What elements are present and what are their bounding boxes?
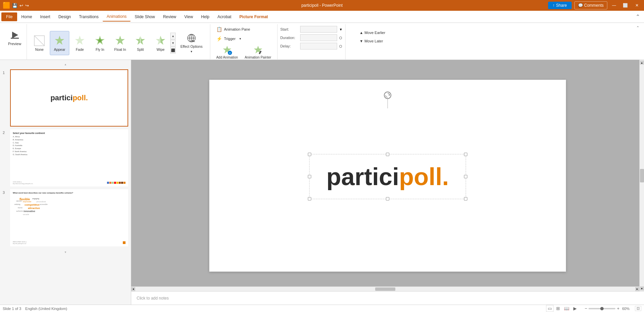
anim-item-fade[interactable]: Fade: [70, 31, 90, 55]
slide-thumb-3[interactable]: 3 What word best describes our new compa…: [3, 189, 128, 246]
preview-button[interactable]: Preview: [5, 26, 24, 50]
title-bar: 🟧 💾 ↩ ↪ participoll - PowerPoint ↑ Share…: [0, 0, 644, 11]
reading-view-btn[interactable]: 📖: [563, 305, 571, 312]
zoom-slider[interactable]: [588, 308, 615, 309]
slide-img-3[interactable]: What word best describes our new company…: [10, 189, 128, 246]
handle-ml[interactable]: [308, 175, 311, 178]
menu-item-home[interactable]: Home: [17, 12, 36, 21]
gallery-scroll-down[interactable]: ▼: [170, 40, 176, 46]
slide-img-1[interactable]: participoll.: [10, 69, 128, 127]
handle-mr[interactable]: [464, 175, 467, 178]
restore-btn[interactable]: ⬜: [621, 2, 630, 8]
svg-marker-8: [115, 36, 125, 45]
notes-bar[interactable]: Click to add notes: [131, 291, 644, 305]
timing-delay-spinner[interactable]: ⬡: [339, 44, 342, 48]
menu-item-acrobat[interactable]: Acrobat: [213, 12, 235, 21]
normal-view-btn[interactable]: ▭: [546, 305, 553, 312]
scroll-up-btn[interactable]: ▲: [640, 61, 644, 65]
timing-start-label: Start:: [280, 27, 299, 31]
menu-item-insert[interactable]: Insert: [36, 12, 54, 21]
menu-item-help[interactable]: Help: [197, 12, 214, 21]
handle-tc[interactable]: [386, 152, 389, 156]
handle-br[interactable]: [464, 197, 467, 200]
menu-item-view[interactable]: View: [180, 12, 197, 21]
thumb1-parti: partici: [50, 94, 73, 102]
add-animation-icon: +: [222, 45, 232, 55]
slide-canvas[interactable]: participoll.: [209, 80, 566, 272]
quick-access-redo[interactable]: ↪: [25, 3, 29, 8]
menu-item-file[interactable]: File: [1, 12, 17, 21]
canvas-area[interactable]: participoll.: [131, 60, 644, 291]
anim-item-wipe[interactable]: Wipe: [151, 31, 170, 55]
effect-options-button[interactable]: Effect Options ▼: [178, 32, 205, 55]
ribbon-collapse-btn[interactable]: ⌃: [633, 13, 643, 20]
timing-start-input[interactable]: [300, 26, 337, 33]
slide-num-3: 3: [3, 189, 8, 195]
slide-sorter-btn[interactable]: ⊞: [555, 305, 561, 312]
menu-item-picture-format[interactable]: Picture Format: [236, 12, 272, 21]
slide-thumb-1[interactable]: 1 participoll.: [3, 69, 128, 127]
h-scroll-thumb[interactable]: [375, 287, 395, 291]
vertical-scrollbar[interactable]: ▲ ▼: [639, 60, 644, 291]
scroll-down-btn[interactable]: ▼: [640, 286, 644, 290]
timing-duration-label: Duration:: [280, 36, 299, 40]
slide-num-2: 2: [3, 129, 8, 135]
animation-painter-button[interactable]: Animation Painter: [242, 44, 274, 61]
menu-item-design[interactable]: Design: [54, 12, 75, 21]
anim-item-appear[interactable]: Appear: [50, 31, 69, 55]
menu-item-animations[interactable]: Animations: [103, 12, 131, 22]
panel-up-arrow[interactable]: ▲: [3, 63, 128, 66]
comments-button[interactable]: 💬 Comments: [574, 1, 607, 9]
fit-slide-btn[interactable]: ⊡: [635, 306, 641, 311]
logo-selection-box[interactable]: participoll.: [309, 154, 466, 199]
close-btn[interactable]: ✕: [633, 2, 641, 8]
zoom-out-btn[interactable]: −: [585, 306, 587, 311]
zoom-in-btn[interactable]: +: [617, 306, 619, 311]
animation-gallery: None Appear: [30, 31, 170, 55]
timing-start-dropdown[interactable]: ▼: [339, 28, 343, 31]
handle-tl[interactable]: [308, 152, 311, 156]
trigger-button[interactable]: ⚡ Trigger ▼: [214, 34, 274, 43]
quick-access-save[interactable]: 💾: [12, 3, 17, 8]
anim-item-floatin[interactable]: Float In: [110, 31, 130, 55]
menu-item-transitions[interactable]: Transitions: [75, 12, 103, 21]
timing-duration-input[interactable]: [300, 34, 337, 41]
slideshow-btn[interactable]: ▶: [572, 305, 578, 312]
view-buttons: ▭ ⊞ 📖 ▶: [546, 305, 578, 312]
panel-down-arrow[interactable]: ▼: [3, 250, 128, 254]
ribbon-collapse[interactable]: ⌃: [634, 24, 641, 31]
rotate-handle[interactable]: [384, 92, 391, 99]
zoom-slider-thumb[interactable]: [600, 307, 604, 310]
menu-item-review[interactable]: Review: [159, 12, 180, 21]
canvas-logo: participoll.: [326, 164, 449, 188]
timing-delay-input[interactable]: [300, 43, 337, 49]
handle-bl[interactable]: [308, 197, 311, 200]
minimize-btn[interactable]: —: [610, 2, 618, 8]
slide-thumb-2[interactable]: 2 Select your favourite continent A. Afr…: [3, 129, 128, 186]
move-earlier-button[interactable]: ▲ Move Earlier: [358, 29, 387, 36]
ribbon-group-reorder: ▲ Move Earlier ▼ Move Later Reorder Anim…: [346, 24, 399, 66]
horizontal-scrollbar[interactable]: ◄ ►: [131, 286, 639, 291]
add-animation-button[interactable]: + Add Animation: [214, 44, 241, 61]
quick-access-undo[interactable]: ↩: [20, 3, 23, 8]
anim-item-split[interactable]: Split: [131, 31, 150, 55]
handle-tr[interactable]: [464, 152, 467, 156]
share-button[interactable]: ↑ Share: [548, 2, 572, 9]
menu-item-slideshow[interactable]: Slide Show: [131, 12, 159, 21]
anim-item-flyin[interactable]: Fly In: [90, 31, 110, 55]
ribbon-group-preview: Preview Preview: [3, 24, 27, 66]
scroll-left-btn[interactable]: ◄: [131, 287, 135, 291]
scroll-right-btn[interactable]: ►: [635, 287, 639, 291]
handle-bc[interactable]: [386, 197, 389, 200]
animation-pane-button[interactable]: 📋 Animation Pane: [214, 25, 274, 34]
move-later-button[interactable]: ▼ Move Later: [358, 37, 384, 45]
slide-img-2[interactable]: Select your favourite continent A. Afric…: [10, 129, 128, 186]
gallery-scroll-up[interactable]: ▲: [170, 33, 176, 39]
scroll-thumb[interactable]: [640, 169, 644, 182]
preview-icon: [9, 30, 20, 40]
timing-duration-spinner[interactable]: ⬡: [339, 36, 342, 40]
anim-item-none[interactable]: None: [30, 31, 49, 55]
thumb2-title: Select your favourite continent: [13, 132, 126, 134]
ribbon-group-advanced: 📋 Animation Pane ⚡ Trigger ▼ +: [210, 24, 278, 66]
gallery-more[interactable]: ⬛: [170, 47, 176, 54]
